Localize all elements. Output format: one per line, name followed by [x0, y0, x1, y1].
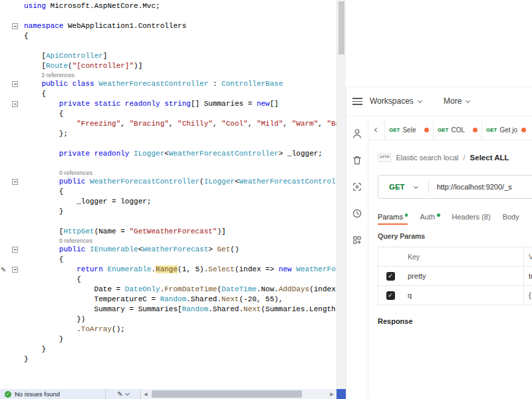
params-table: KeyV✓prettytr✓q{ [378, 247, 532, 305]
request-tab[interactable]: GETSele [384, 120, 433, 140]
trash-icon[interactable] [346, 147, 368, 174]
code-line: } [0, 344, 336, 354]
section-tab-auth[interactable]: Auth [420, 213, 440, 221]
param-value[interactable]: { [523, 286, 532, 305]
code-line: .ToArray(); [0, 325, 336, 334]
request-tab[interactable]: GETCOL [433, 120, 481, 140]
fold-collapse-icon[interactable] [12, 179, 18, 185]
health-message: No issues found [15, 390, 60, 398]
code-line: { [0, 31, 336, 41]
tab-method-label: GET [438, 127, 448, 133]
method-selector[interactable]: GET [378, 183, 428, 191]
tab-method-label: GET [486, 127, 497, 133]
param-checkbox-cell: ✓ [378, 291, 402, 300]
fold-collapse-icon[interactable] [12, 101, 18, 107]
track-changes-tool[interactable]: ✎ [106, 389, 140, 399]
breadcrumb-separator: / [464, 154, 466, 162]
breadcrumb-request-name[interactable]: Select ALL [470, 154, 509, 162]
value-column-header: V [523, 247, 532, 266]
editor-horizontal-scrollbar[interactable]: ◀ ▶ [141, 389, 336, 399]
code-line: { [0, 255, 336, 265]
section-tab-label: Headers (8) [452, 213, 491, 221]
param-key[interactable]: q [402, 291, 523, 299]
section-tab-label: Body [503, 213, 519, 221]
code-line [0, 217, 336, 227]
code-line: private static readonly string[] Summari… [0, 99, 336, 109]
menu-icon[interactable] [352, 98, 362, 107]
scroll-left-arrow[interactable]: ◀ [141, 389, 150, 399]
more-menu[interactable]: More [444, 96, 469, 106]
code-line [0, 11, 336, 21]
unsaved-dot [521, 128, 526, 132]
apps-icon[interactable] [346, 227, 368, 253]
vertical-scroll-thumb[interactable] [338, 1, 344, 55]
code-line: } [0, 334, 336, 344]
workspaces-menu[interactable]: Workspaces [370, 96, 422, 106]
breadcrumb: HTTP Elastic search local / Select ALL [378, 154, 509, 162]
code-line: TemperatureC = Random.Shared.Next(-20, 5… [0, 295, 336, 305]
scroll-right-arrow[interactable]: ▶ [327, 389, 336, 399]
param-key[interactable]: pretty [402, 272, 523, 280]
capture-icon[interactable] [346, 174, 368, 200]
chevron-down-icon [418, 98, 422, 102]
codelens-line: 3 references [0, 71, 336, 79]
postman-panel: Workspaces More GETSeleGETCOLGETGet jo H… [346, 86, 532, 399]
breadcrumb-collection[interactable]: Elastic search local [396, 154, 458, 162]
chevron-left-icon [374, 128, 378, 132]
horizontal-scroll-thumb[interactable] [152, 390, 302, 398]
request-tab[interactable]: GETGet jo [481, 120, 530, 140]
code-line: [Route("[controller]")] [0, 61, 336, 71]
section-tab-label: Params [378, 213, 403, 221]
code-line: Summary = Summaries[Random.Shared.Next(S… [0, 305, 336, 315]
codelens-line: 0 references [0, 237, 336, 245]
fold-collapse-icon[interactable] [12, 81, 18, 87]
code-line [0, 139, 336, 149]
editor-vertical-scrollbar[interactable] [336, 0, 346, 389]
code-line: { [0, 187, 336, 197]
edit-pencil-icon: ✎ [1, 265, 6, 275]
code-line: }; [0, 129, 336, 139]
chevron-down-icon [414, 184, 418, 188]
method-label: GET [389, 183, 405, 191]
user-icon[interactable] [346, 120, 368, 147]
tab-title: Get jo [499, 126, 519, 134]
request-tabbar: GETSeleGETCOLGETGet jo [368, 120, 532, 140]
code-line: } [0, 354, 336, 364]
unsaved-dot [424, 128, 429, 132]
status-dot [437, 213, 440, 217]
code-line: _logger = logger; [0, 197, 336, 207]
param-value[interactable]: tr [523, 267, 532, 285]
request-section-tabs: ParamsAuthHeaders (8)Body [378, 209, 519, 224]
code-line: [ApiController] [0, 51, 336, 61]
code-line: "Freezing", "Bracing", "Chilly", "Cool",… [0, 119, 336, 129]
no-issues-check-icon: ✓ [5, 391, 11, 398]
code-line: private readonly ILogger<WeatherForecast… [0, 149, 336, 159]
fold-collapse-icon[interactable] [12, 247, 18, 253]
code-line: { [0, 89, 336, 99]
document-health-indicator[interactable]: ✓ No issues found [0, 389, 105, 399]
url-input[interactable]: http://localhost:9200/_s [429, 183, 512, 191]
tabs-scroll-left-button[interactable] [368, 120, 384, 140]
section-tab-params[interactable]: Params [378, 213, 408, 221]
code-area[interactable]: using Microsoft.AspNetCore.Mvc;namespace… [0, 0, 336, 389]
code-line: } [0, 207, 336, 217]
history-icon[interactable] [346, 200, 368, 227]
param-row: ✓q{ [378, 286, 532, 305]
code-line: public class WeatherForecastController :… [0, 79, 336, 89]
code-line: }) [0, 315, 336, 325]
code-line [0, 41, 336, 51]
visual-studio-editor: using Microsoft.AspNetCore.Mvc;namespace… [0, 0, 346, 389]
section-tab-label: Auth [420, 213, 435, 221]
fold-collapse-icon[interactable] [12, 267, 18, 273]
param-checkbox[interactable]: ✓ [386, 291, 395, 300]
param-checkbox[interactable]: ✓ [386, 272, 395, 281]
tab-title: COL [451, 126, 470, 134]
unsaved-dot [473, 128, 477, 132]
request-url-bar: GET http://localhost:9200/_s [378, 175, 532, 199]
section-tab-headers[interactable]: Headers (8) [452, 213, 491, 221]
section-tab-body[interactable]: Body [503, 213, 519, 221]
fold-collapse-icon[interactable] [12, 23, 18, 29]
param-checkbox-cell: ✓ [378, 272, 402, 281]
params-table-header: KeyV [378, 247, 532, 267]
code-line: public WeatherForecastController(ILogger… [0, 177, 336, 187]
